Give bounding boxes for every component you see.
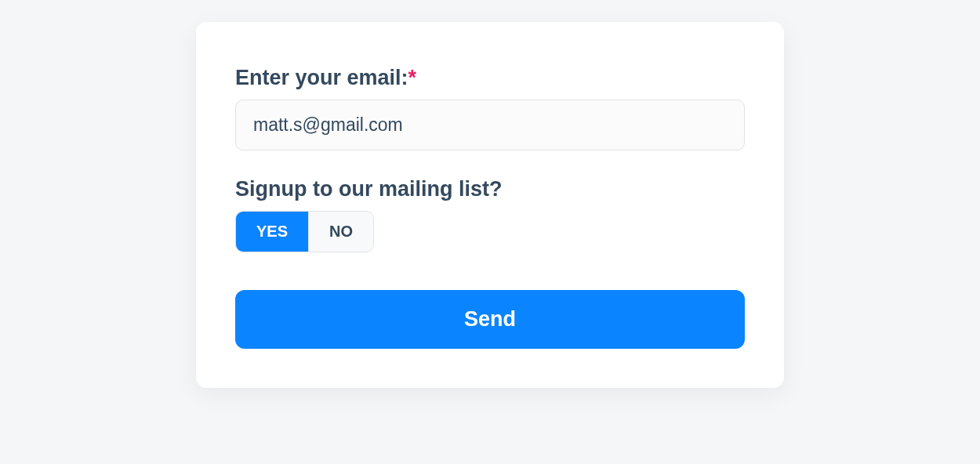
mailing-label: Signup to our mailing list? <box>235 177 745 201</box>
mailing-no-button[interactable]: NO <box>309 212 373 252</box>
mailing-yes-button[interactable]: YES <box>236 212 308 252</box>
email-label: Enter your email:* <box>235 66 745 90</box>
email-label-text: Enter your email: <box>235 66 408 89</box>
signup-form-card: Enter your email:* Signup to our mailing… <box>196 22 784 388</box>
required-asterisk: * <box>408 66 417 89</box>
mailing-toggle: YES NO <box>235 211 374 252</box>
mailing-field-group: Signup to our mailing list? YES NO <box>235 177 745 252</box>
email-field[interactable] <box>235 100 745 150</box>
send-button[interactable]: Send <box>235 290 745 349</box>
email-field-group: Enter your email:* <box>235 66 745 150</box>
